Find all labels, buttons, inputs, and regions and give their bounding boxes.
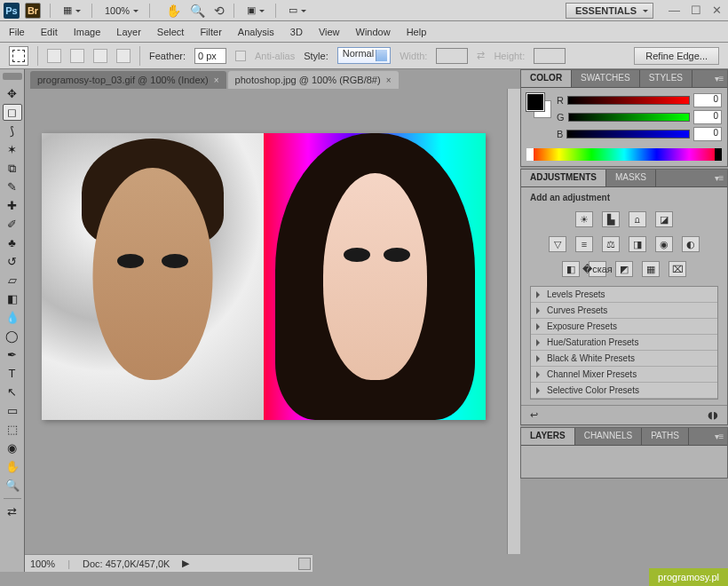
- channel-mixer-icon[interactable]: ◐: [682, 236, 700, 252]
- menu-window[interactable]: Window: [356, 27, 391, 37]
- posterize-icon[interactable]: �ская: [589, 261, 606, 277]
- tab-paths[interactable]: PATHS: [642, 428, 689, 445]
- style-select[interactable]: Normal: [337, 47, 391, 64]
- exposure-icon[interactable]: ◪: [655, 211, 673, 227]
- 3d-camera-tool[interactable]: ◉: [3, 440, 22, 456]
- curves-icon[interactable]: ⩍: [629, 211, 646, 227]
- red-slider[interactable]: [567, 96, 690, 105]
- blur-tool[interactable]: 💧: [3, 309, 22, 326]
- tab-styles[interactable]: STYLES: [640, 70, 692, 87]
- gradient-map-icon[interactable]: ▦: [642, 261, 660, 277]
- vertical-scrollbar[interactable]: [507, 89, 520, 554]
- brightness-icon[interactable]: ☀: [575, 211, 593, 227]
- move-tool[interactable]: ✥: [3, 85, 22, 102]
- adjustment-clip-icon[interactable]: ◖◗: [708, 409, 718, 421]
- marquee-tool[interactable]: ◻: [3, 104, 22, 121]
- threshold-icon[interactable]: ◩: [615, 261, 633, 277]
- color-swap-tool[interactable]: ⇄: [3, 503, 22, 520]
- preset-item[interactable]: Curves Presets: [531, 303, 717, 319]
- tool-preset-picker[interactable]: [9, 46, 28, 66]
- menu-filter[interactable]: Filter: [200, 27, 221, 37]
- close-icon[interactable]: ✕: [709, 4, 724, 17]
- preset-item[interactable]: Black & White Presets: [531, 351, 717, 367]
- tab-close-icon[interactable]: ×: [214, 75, 219, 85]
- return-to-list-icon[interactable]: ↩: [530, 409, 538, 421]
- shape-tool[interactable]: ▭: [3, 402, 22, 419]
- screen-mode-icon[interactable]: ▭: [285, 3, 308, 18]
- bw-icon[interactable]: ◨: [629, 236, 646, 252]
- dodge-tool[interactable]: ◯: [3, 328, 22, 344]
- rotate-view-icon[interactable]: ⟲: [214, 4, 225, 18]
- subtract-selection-icon[interactable]: [93, 49, 107, 63]
- red-value[interactable]: 0: [693, 93, 722, 107]
- maximize-icon[interactable]: ☐: [688, 4, 704, 17]
- minimize-icon[interactable]: —: [666, 4, 683, 17]
- panel-menu-icon[interactable]: ▾≡: [711, 70, 727, 87]
- ps-icon[interactable]: Ps: [4, 3, 20, 19]
- menu-file[interactable]: File: [9, 27, 25, 37]
- photo-filter-icon[interactable]: ◉: [655, 236, 673, 252]
- preset-item[interactable]: Selective Color Presets: [531, 383, 717, 399]
- tab-layers[interactable]: LAYERS: [521, 428, 575, 445]
- refine-edge-button[interactable]: Refine Edge...: [634, 47, 719, 65]
- pen-tool[interactable]: ✒: [3, 346, 22, 363]
- menu-help[interactable]: Help: [407, 27, 427, 37]
- document-tab[interactable]: programosy-top_03.gif @ 100% (Index)×: [30, 71, 226, 89]
- feather-input[interactable]: [194, 48, 226, 64]
- eraser-tool[interactable]: ▱: [3, 272, 22, 289]
- menu-image[interactable]: Image: [74, 27, 101, 37]
- eyedropper-tool[interactable]: ✎: [3, 178, 22, 195]
- healing-tool[interactable]: ✚: [3, 197, 22, 214]
- tools-grip[interactable]: [3, 73, 22, 80]
- panel-menu-icon[interactable]: ▾≡: [711, 428, 727, 445]
- menu-view[interactable]: View: [319, 27, 340, 37]
- tab-color[interactable]: COLOR: [521, 70, 572, 87]
- history-brush-tool[interactable]: ↺: [3, 253, 22, 270]
- selective-color-icon[interactable]: ⌧: [669, 261, 686, 277]
- new-selection-icon[interactable]: [47, 49, 61, 63]
- add-selection-icon[interactable]: [70, 49, 84, 63]
- levels-icon[interactable]: ▙: [602, 211, 620, 227]
- lasso-tool[interactable]: ⟆: [3, 123, 22, 139]
- menu-select[interactable]: Select: [157, 27, 185, 37]
- tab-swatches[interactable]: SWATCHES: [572, 70, 640, 87]
- stamp-tool[interactable]: ♣: [3, 234, 22, 251]
- menu-3d[interactable]: 3D: [290, 27, 303, 37]
- launch-app-icon[interactable]: ▦: [59, 3, 83, 18]
- tab-masks[interactable]: MASKS: [606, 170, 656, 186]
- tab-adjustments[interactable]: ADJUSTMENTS: [521, 170, 606, 186]
- quick-select-tool[interactable]: ✶: [3, 141, 22, 158]
- vibrance-icon[interactable]: ▽: [549, 236, 566, 252]
- hand-tool[interactable]: ✋: [3, 458, 22, 475]
- menu-edit[interactable]: Edit: [41, 27, 58, 37]
- invert-icon[interactable]: ◧: [562, 261, 580, 277]
- hand-icon[interactable]: ✋: [166, 4, 181, 18]
- zoom-tool[interactable]: 🔍: [3, 477, 22, 494]
- color-balance-icon[interactable]: ⚖: [602, 236, 620, 252]
- intersect-selection-icon[interactable]: [116, 49, 131, 63]
- preset-item[interactable]: Hue/Saturation Presets: [531, 335, 717, 351]
- resize-handle[interactable]: [298, 558, 311, 570]
- green-value[interactable]: 0: [693, 110, 722, 124]
- status-doc-size[interactable]: Doc: 457,0K/457,0K: [83, 558, 170, 569]
- panel-menu-icon[interactable]: ▾≡: [711, 170, 727, 186]
- crop-tool[interactable]: ⧉: [3, 160, 22, 177]
- canvas[interactable]: [42, 133, 486, 420]
- preset-item[interactable]: Channel Mixer Presets: [531, 367, 717, 383]
- blue-value[interactable]: 0: [693, 127, 722, 141]
- zoom-icon[interactable]: 🔍: [190, 4, 205, 18]
- tab-channels[interactable]: CHANNELS: [575, 428, 642, 445]
- tab-close-icon[interactable]: ×: [386, 75, 392, 85]
- blue-slider[interactable]: [566, 130, 690, 139]
- status-menu-icon[interactable]: ▶: [182, 558, 189, 569]
- type-tool[interactable]: T: [3, 365, 22, 382]
- preset-item[interactable]: Levels Presets: [531, 287, 717, 303]
- workspace-switcher[interactable]: ESSENTIALS: [566, 3, 653, 19]
- document-tab[interactable]: photoshop.jpg @ 100% (RGB/8#)×: [228, 71, 399, 89]
- green-slider[interactable]: [568, 113, 690, 122]
- preset-item[interactable]: Exposure Presets: [531, 319, 717, 335]
- status-zoom[interactable]: 100%: [30, 558, 55, 569]
- menu-analysis[interactable]: Analysis: [238, 27, 274, 37]
- arrange-documents-icon[interactable]: ▣: [243, 3, 266, 18]
- color-swatch[interactable]: [526, 93, 551, 118]
